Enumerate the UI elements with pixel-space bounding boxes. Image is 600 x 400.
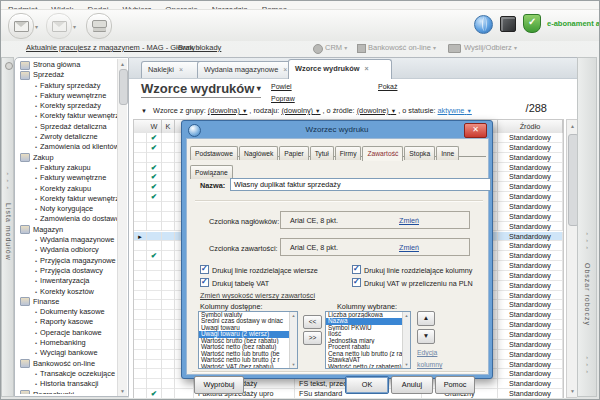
send-mail-dropdown[interactable]: ▾ xyxy=(35,23,38,30)
scroll-up-icon[interactable]: ▲ xyxy=(403,313,410,318)
sidebar-item[interactable]: •Korekty zakupu xyxy=(17,184,120,194)
row-height-link[interactable]: Zmień wysokość wierszy zawartości xyxy=(200,291,315,300)
template-name-input[interactable]: Własny duplikat faktur sprzedaży xyxy=(230,178,491,191)
dialog-tab-stopka[interactable]: Stopka xyxy=(404,146,435,160)
sidebar-item[interactable]: •Noty korygujące xyxy=(17,204,120,214)
sidebar-item[interactable]: •Wyciągi bankowe xyxy=(17,348,120,358)
modules-rail[interactable]: ››› Lista modułów xyxy=(1,57,14,397)
sidebar-group[interactable]: Bankowość on-line xyxy=(17,359,120,369)
sidebar-item[interactable]: •Homebanking xyxy=(17,338,120,348)
sidebar-item[interactable]: •Korekty sprzedaży xyxy=(17,101,120,111)
table-scrollbar[interactable]: ▲ ▼ xyxy=(566,119,577,398)
print-option-checkbox[interactable]: Drukuj tabelę VAT xyxy=(200,278,269,288)
checkbox-icon[interactable] xyxy=(200,278,209,287)
sidebar-item[interactable]: •Faktury zakupu xyxy=(17,163,120,173)
print-option-checkbox[interactable]: Drukuj linie rozdzielające wiersze xyxy=(200,265,318,275)
column-header-k[interactable]: K xyxy=(162,120,175,133)
action-duplicate[interactable]: Powiel xyxy=(271,83,292,90)
warehouse-selector[interactable]: Aktualnie pracujesz z magazynem - MAG - … xyxy=(26,43,200,52)
scroll-down-icon[interactable]: ▼ xyxy=(290,362,297,367)
sidebar-scroll-thumb[interactable] xyxy=(119,69,128,105)
scroll-down-icon[interactable]: ▼ xyxy=(118,388,127,394)
dialog-titlebar[interactable]: Wzorzec wydruku ✕ xyxy=(182,121,492,138)
online-globe-icon[interactable] xyxy=(474,15,493,34)
page-title[interactable]: Wzorce wydruków ▾ xyxy=(141,81,261,98)
action-edit[interactable]: Popraw xyxy=(271,95,295,102)
sidebar-item[interactable]: •Wydania odbiorcy xyxy=(17,245,120,255)
scroll-down-icon[interactable]: ▼ xyxy=(567,388,577,394)
sidebar-item[interactable]: •Dokumenty kasowe xyxy=(17,307,120,317)
available-columns-list[interactable]: Symbol walutyŚredni czas dostawy w dniac… xyxy=(198,311,298,369)
sidebar-item[interactable]: •Faktury wewnętrzne xyxy=(17,173,120,183)
edit-column-link[interactable]: Edycja xyxy=(417,349,437,356)
checkbox-icon[interactable] xyxy=(352,278,361,287)
print-option-checkbox[interactable]: Drukuj linie rozdzielające kolumny xyxy=(352,265,472,275)
scroll-up-icon[interactable]: ▲ xyxy=(118,61,127,67)
chosen-columns-list[interactable]: Liczba porządkowaNazwaSymbol PKWiUIlośćJ… xyxy=(325,311,411,369)
workarea-rail[interactable]: ››› Obszar roboczy ››› xyxy=(577,57,597,397)
sidebar-item[interactable]: •Korekty faktur wewnętrzny xyxy=(17,194,120,204)
available-column-item[interactable]: Wartość VAT (bez rabatu) xyxy=(199,364,297,370)
listbox-scrollbar[interactable]: ▲▼ xyxy=(402,312,410,368)
module-cube-icon[interactable] xyxy=(500,16,516,32)
scroll-down-icon[interactable]: ▼ xyxy=(403,362,410,367)
sidebar-item[interactable]: •Raporty kasowe xyxy=(17,317,120,327)
dialog-tab-papier[interactable]: Papier xyxy=(279,146,308,160)
sidebar-group[interactable]: Strona główna xyxy=(17,60,120,70)
sidebar-group[interactable]: Magazyn xyxy=(17,225,120,235)
print-button[interactable] xyxy=(86,13,112,39)
print-option-checkbox[interactable]: Drukuj VAT w przeliczeniu na PLN xyxy=(352,278,473,288)
receive-mail-dropdown[interactable]: ▾ xyxy=(73,23,76,30)
send-receive-menu[interactable]: Wyślij/Odbierz ▾ xyxy=(464,43,517,52)
move-up-button[interactable]: ▲ xyxy=(417,311,435,326)
pin-icon[interactable] xyxy=(5,62,13,70)
chosen-column-item[interactable]: Wartość netto (z rabatem) xyxy=(326,364,410,370)
sidebar-item[interactable]: •Faktury sprzedaży xyxy=(17,81,120,91)
sidebar-item[interactable]: •Historia transakcji xyxy=(17,379,120,389)
sidebar-item[interactable]: •Korekty kosztów xyxy=(17,287,120,297)
column-header-w[interactable]: W xyxy=(147,120,162,133)
change-header-font-link[interactable]: Zmień xyxy=(399,216,419,225)
dialog-tab-nagłówek[interactable]: Nagłówek xyxy=(239,146,278,160)
move-down-button[interactable]: ▼ xyxy=(417,329,435,344)
close-icon[interactable]: × xyxy=(179,66,183,73)
sidebar-item[interactable]: •Przyjęcia dostawcy xyxy=(17,266,120,276)
sidebar-item[interactable]: •Operacje bankowe xyxy=(17,328,120,338)
edit-column-link[interactable]: kolumny xyxy=(417,361,442,368)
sidebar-item[interactable]: •Sprzedaż detaliczna xyxy=(17,122,120,132)
tab-wzorce-wydruk-w[interactable]: Wzorce wydruków× xyxy=(288,59,392,79)
banking-menu[interactable]: Bankowość on-line ▾ xyxy=(368,43,436,52)
scroll-up-icon[interactable]: ▲ xyxy=(567,123,577,129)
dialog-tab-firmy[interactable]: Firmy xyxy=(335,146,362,160)
sidebar-item[interactable]: •Faktury wewnętrzne xyxy=(17,91,120,101)
tab-wydania-magazynowe[interactable]: Wydania magazynowe× xyxy=(197,61,296,78)
sidebar-group[interactable]: Finanse xyxy=(17,297,120,307)
checkbox-icon[interactable] xyxy=(352,265,361,274)
license-shield-icon[interactable] xyxy=(523,14,541,33)
dialog-tab-tytuł[interactable]: Tytuł xyxy=(310,146,334,160)
dialog-tab-inne[interactable]: Inne xyxy=(436,146,459,160)
action-show[interactable]: Pokaż xyxy=(378,83,397,90)
try-button[interactable]: Wypróbuj xyxy=(194,376,244,394)
close-icon[interactable]: × xyxy=(283,66,287,73)
lock-status-link[interactable]: Brak blokady xyxy=(178,43,221,52)
sidebar-item[interactable]: •Zamówienia do dostawcó xyxy=(17,214,120,224)
filter-group[interactable]: (dowolna) ▼ xyxy=(208,106,248,115)
close-icon[interactable]: × xyxy=(364,65,368,72)
dialog-tab-podstawowe[interactable]: Podstawowe xyxy=(190,146,238,160)
filter-status[interactable]: aktywne ▼ xyxy=(438,106,472,115)
crm-menu[interactable]: CRM ▾ xyxy=(325,43,347,52)
sidebar-item[interactable]: •Korekty faktur wewnętrzny xyxy=(17,111,120,121)
dialog-tab-powiązane[interactable]: Powiązane xyxy=(190,165,233,179)
table-scroll-thumb[interactable] xyxy=(568,134,577,226)
sidebar-group[interactable]: Sprzedaż xyxy=(17,70,120,80)
move-all-left-button[interactable]: << xyxy=(303,315,322,329)
filter-source[interactable]: (dowolne) ▼ xyxy=(357,106,397,115)
filter-kind[interactable]: (dowolny) ▼ xyxy=(281,106,320,115)
cancel-button[interactable]: Anuluj xyxy=(391,376,433,394)
dialog-tab-zawartość[interactable]: Zawartość xyxy=(362,146,403,161)
tab-naklejki[interactable]: Naklejki× xyxy=(141,61,205,78)
move-all-right-button[interactable]: >> xyxy=(303,331,322,345)
sidebar-item[interactable]: •Inwentaryzacja xyxy=(17,276,120,286)
change-content-font-link[interactable]: Zmień xyxy=(399,243,419,252)
